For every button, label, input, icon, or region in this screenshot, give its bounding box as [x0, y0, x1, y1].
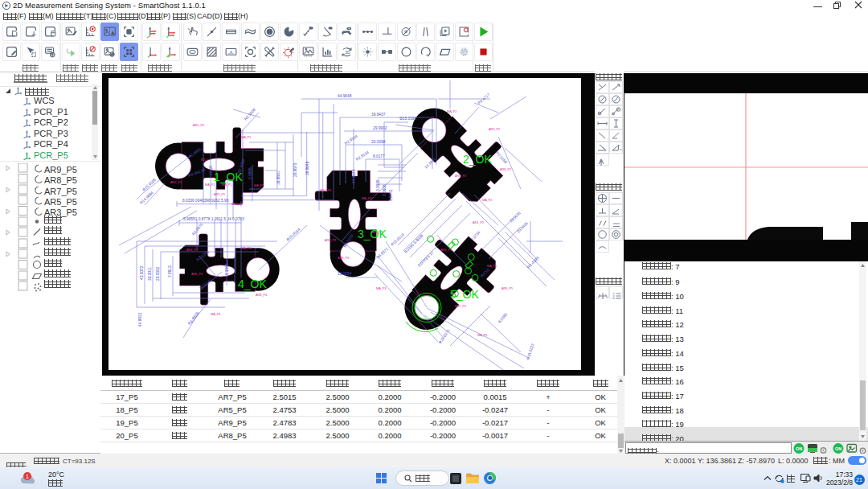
svg-text:2_OK: 2_OK — [463, 153, 492, 166]
svg-text:44.9648: 44.9648 — [338, 94, 352, 98]
svg-text:AR5_P1: AR5_P1 — [214, 193, 225, 196]
svg-text:MA_P1: MA_P1 — [241, 136, 251, 139]
svg-text:16.9801: 16.9801 — [276, 171, 280, 185]
svg-text:5.96551 0.8778 1.0911 5.34 0.0: 5.96551 0.8778 1.0911 5.34 0.0783 — [183, 217, 244, 221]
svg-text:29.9870: 29.9870 — [293, 162, 297, 177]
svg-text:R2.4: R2.4 — [201, 158, 207, 162]
svg-text:AR4_P4: AR4_P4 — [186, 249, 198, 252]
svg-text:20.0352: 20.0352 — [156, 266, 160, 281]
svg-text:MA_P4: MA_P4 — [211, 313, 220, 316]
svg-text:AR8_P2: AR8_P2 — [500, 168, 511, 171]
svg-text:R2.5268: R2.5268 — [495, 150, 508, 164]
svg-text:1: 1 — [26, 474, 29, 479]
svg-text:AR8_P4: AR8_P4 — [256, 294, 267, 297]
svg-text:AR5_P2: AR5_P2 — [455, 175, 466, 178]
svg-text:44.9922: 44.9922 — [138, 312, 142, 327]
svg-text:R2.4983: R2.4983 — [526, 256, 540, 269]
svg-text:MA_P1: MA_P1 — [205, 183, 215, 187]
svg-text:0.0442: 0.0442 — [389, 189, 393, 201]
svg-text:MA_P2: MA_P2 — [482, 199, 492, 202]
svg-text:AR9_P5: AR9_P5 — [193, 124, 204, 127]
svg-text:0.0608: 0.0608 — [383, 184, 387, 196]
svg-text:AR9_P5: AR9_P5 — [502, 287, 513, 290]
svg-text:8.0336 0040398 9262 5.96: 8.0336 0040398 9262 5.96 — [182, 199, 229, 203]
svg-text:MA_P3: MA_P3 — [362, 197, 371, 200]
svg-text:0.0723 5.17: 0.0723 5.17 — [417, 250, 435, 268]
svg-text:MA_P3: MA_P3 — [376, 287, 386, 290]
svg-text:14.1901: 14.1901 — [424, 157, 436, 170]
svg-text:MA_P1: MA_P1 — [222, 183, 231, 187]
svg-text:Φ15.0223: Φ15.0223 — [526, 343, 534, 360]
svg-text:29.9631: 29.9631 — [509, 211, 522, 224]
svg-text:Φ15.0164: Φ15.0164 — [285, 228, 301, 242]
svg-text:44.9649: 44.9649 — [352, 169, 356, 183]
svg-text:AR4_P3: AR4_P3 — [320, 189, 331, 192]
svg-text:2.5996: 2.5996 — [248, 167, 252, 179]
svg-text:AR2_P1: AR2_P1 — [170, 181, 182, 184]
svg-text:ON: ON — [796, 446, 802, 451]
svg-text:ON: ON — [835, 446, 841, 451]
svg-text:MA_P4: MA_P4 — [241, 247, 251, 250]
svg-text:3D: 3D — [345, 51, 350, 55]
svg-text:7.9810: 7.9810 — [168, 265, 172, 277]
svg-text:AR3_P2: AR3_P2 — [489, 128, 500, 131]
svg-text:30.0011: 30.0011 — [148, 267, 152, 281]
svg-text:39.9437: 39.9437 — [371, 113, 386, 117]
svg-text:R15.0118: R15.0118 — [390, 232, 405, 247]
svg-text:15.0054: 15.0054 — [338, 272, 352, 276]
svg-text:7.9734: 7.9734 — [470, 230, 481, 241]
svg-text:29.9902: 29.9902 — [373, 126, 387, 130]
svg-text:R2.4929: R2.4929 — [187, 311, 199, 326]
svg-text:MA_P5: MA_P5 — [487, 265, 497, 268]
svg-text:R2.8134: R2.8134 — [355, 150, 370, 162]
svg-text:5_OK: 5_OK — [450, 288, 479, 301]
svg-text:8.0382: 8.0382 — [497, 312, 508, 324]
svg-text:Φ15.0105: Φ15.0105 — [141, 177, 157, 191]
svg-text:8.0177: 8.0177 — [373, 154, 385, 158]
svg-text:14.19: 14.19 — [209, 166, 213, 175]
svg-text:AR7_P1: AR7_P1 — [231, 203, 243, 206]
svg-text:1_OK: 1_OK — [214, 171, 243, 183]
svg-text:4_OK: 4_OK — [238, 277, 267, 290]
svg-text:MA_P5: MA_P5 — [477, 334, 487, 337]
svg-text:40.0072: 40.0072 — [140, 265, 144, 280]
svg-text:0.0508: 0.0508 — [376, 179, 380, 191]
svg-text:39.9648: 39.9648 — [305, 161, 309, 175]
svg-text:R2.9104: R2.9104 — [344, 134, 358, 146]
svg-text:AR3_P5: AR3_P5 — [440, 249, 452, 252]
svg-text:20.0406: 20.0406 — [516, 221, 529, 234]
svg-text:10.0040: 10.0040 — [225, 263, 229, 277]
svg-text:MA_P2: MA_P2 — [447, 110, 457, 113]
svg-text:AR6_P4: AR6_P4 — [191, 273, 203, 276]
svg-text:R4.0371: R4.0371 — [375, 247, 389, 260]
svg-text:Φ15.0190: Φ15.0190 — [399, 117, 416, 121]
svg-text:AR7_P5: AR7_P5 — [455, 305, 466, 308]
svg-text:AR1_P2: AR1_P2 — [473, 221, 484, 224]
svg-text:AR2_P3: AR2_P3 — [325, 239, 336, 242]
svg-text:3_OK: 3_OK — [358, 228, 387, 240]
svg-text:AR8_P3: AR8_P3 — [338, 257, 349, 260]
svg-text:R2.5008: R2.5008 — [244, 108, 256, 121]
svg-text:MA_P1: MA_P1 — [254, 184, 264, 187]
svg-text:Φ15.0271: Φ15.0271 — [438, 328, 451, 344]
svg-text:20.0398: 20.0398 — [371, 140, 386, 144]
